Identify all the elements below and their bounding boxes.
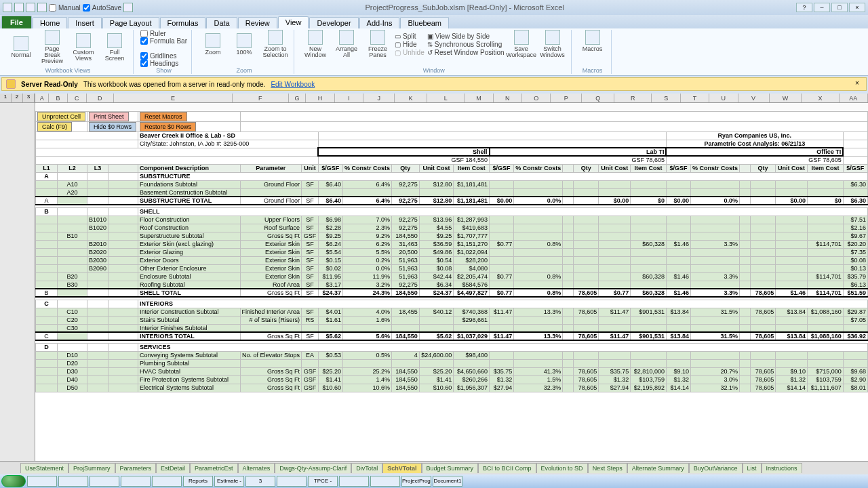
save-icon[interactable] bbox=[14, 3, 24, 12]
taskbar-item[interactable] bbox=[121, 476, 151, 487]
split-button[interactable]: ▭ Split bbox=[395, 33, 425, 40]
tab-view[interactable]: View bbox=[278, 16, 309, 28]
tab-bluebeam[interactable]: Bluebeam bbox=[400, 17, 449, 28]
table-row[interactable]: BSHELL TOTALGross Sq FtSF$24.3724.3%184,… bbox=[36, 289, 868, 297]
hide-button[interactable]: ▢ Hide bbox=[395, 41, 425, 48]
table-row[interactable]: B1020Roof ConstructionRoof SurfaceSF$2.2… bbox=[36, 224, 868, 232]
taskbar-item[interactable]: Reports and Misc A… bbox=[183, 476, 213, 487]
table-row[interactable]: A10Foundations SubtotalGround FloorSF$6.… bbox=[36, 180, 868, 188]
sheet-tab[interactable]: SchVTotal bbox=[382, 463, 421, 473]
tab-formulas[interactable]: Formulas bbox=[160, 17, 206, 28]
tab-file[interactable]: File bbox=[1, 16, 32, 28]
table-row[interactable]: B30Roofing SubtotalRoof AreaSF$3.173.2%9… bbox=[36, 281, 868, 289]
table-row[interactable]: B10Superstructure SubtotalGross Sq FtGSF… bbox=[36, 232, 868, 240]
restore-rows-button[interactable]: Restore $0 Rows bbox=[140, 122, 196, 131]
normal-view-button[interactable]: Normal bbox=[7, 36, 35, 58]
sheet-tab[interactable]: Alternate Summary bbox=[627, 463, 689, 473]
taskbar-item[interactable] bbox=[27, 476, 57, 487]
taskbar-item[interactable]: TPCE - Estimate Te… bbox=[308, 476, 338, 487]
spreadsheet-grid[interactable]: Unprotect Cell Print Sheet Reset Macros … bbox=[35, 103, 868, 461]
table-row[interactable]: C10Interior Construction SubtotalFinishe… bbox=[36, 308, 868, 316]
calc-manual-toggle[interactable]: Manual bbox=[49, 4, 81, 12]
view-sbs-button[interactable]: ▣ View Side by Side bbox=[427, 33, 505, 40]
taskbar-item[interactable] bbox=[90, 476, 119, 487]
taskbar-item[interactable] bbox=[370, 476, 400, 487]
taskbar-item[interactable] bbox=[58, 476, 88, 487]
taskbar-item[interactable] bbox=[339, 476, 369, 487]
custom-views-button[interactable]: Custom Views bbox=[69, 33, 98, 62]
qat-dropdown-icon[interactable] bbox=[123, 3, 133, 12]
sheet-tab[interactable]: Dwgs-Qty-Assump-Clarif bbox=[275, 463, 351, 473]
autosave-toggle[interactable]: AutoSave bbox=[83, 4, 121, 12]
tab-home[interactable]: Home bbox=[33, 17, 67, 28]
close-button[interactable]: × bbox=[849, 3, 865, 12]
zoom-button[interactable]: Zoom bbox=[199, 33, 227, 56]
sheet-tab[interactable]: ParametricEst bbox=[190, 463, 238, 473]
sheet-tab[interactable]: Instructions bbox=[762, 463, 802, 473]
table-row[interactable]: C30Interior Finishes Subtotal bbox=[36, 324, 868, 332]
taskbar-item[interactable] bbox=[277, 476, 307, 487]
tab-insert[interactable]: Insert bbox=[68, 17, 102, 28]
unprotect-cell-button[interactable]: Unprotect Cell bbox=[37, 112, 85, 121]
sheet-tab[interactable]: DivTotal bbox=[351, 463, 382, 473]
sheet-tab[interactable]: UseStatement bbox=[20, 463, 68, 473]
hide-rows-button[interactable]: Hide $0 Rows bbox=[89, 122, 136, 131]
zoom-100-button[interactable]: 100% bbox=[230, 33, 258, 56]
table-row[interactable]: B2090Other Exterior EnclosureExterior Sk… bbox=[36, 264, 868, 272]
tab-page-layout[interactable]: Page Layout bbox=[102, 17, 159, 28]
sheet-tab[interactable]: Evolution to SD bbox=[536, 463, 588, 473]
table-row[interactable]: B2020Exterior GlazingExterior SkinSF$5.5… bbox=[36, 248, 868, 256]
windows-taskbar[interactable]: Reports and Misc A…Estimate - Mary H…3 R… bbox=[0, 474, 868, 488]
taskbar-item[interactable]: Estimate - Mary H… bbox=[214, 476, 244, 487]
help-button[interactable]: ? bbox=[796, 3, 812, 12]
undo-icon[interactable] bbox=[26, 3, 35, 12]
table-row[interactable]: D20Plumbing Subtotal bbox=[36, 359, 868, 367]
redo-icon[interactable] bbox=[37, 3, 47, 12]
new-window-button[interactable]: New Window bbox=[301, 30, 330, 58]
minimize-button[interactable]: – bbox=[814, 3, 830, 12]
edit-workbook-link[interactable]: Edit Workbook bbox=[271, 81, 315, 88]
calc-f9-button[interactable]: Calc (F9) bbox=[37, 122, 72, 131]
table-row[interactable]: B2010Exterior Skin (excl. glazing)Exteri… bbox=[36, 240, 868, 248]
taskbar-item[interactable]: ProjectProgress_S… bbox=[401, 476, 431, 487]
table-row[interactable]: B20Enclosure SubtotalExterior SkinSF$11.… bbox=[36, 272, 868, 281]
table-row[interactable]: A20Basement Construction Subtotal bbox=[36, 188, 868, 197]
tab-review[interactable]: Review bbox=[238, 17, 277, 28]
reset-macros-button[interactable]: Reset Macros bbox=[140, 112, 187, 121]
headings-check[interactable]: Headings bbox=[140, 60, 187, 67]
column-headers[interactable]: A B C D E F G H I J K L M N O P Q R S T … bbox=[35, 94, 868, 103]
sheet-tab[interactable]: Next Steps bbox=[588, 463, 627, 473]
outline-levels-header[interactable]: 123 bbox=[0, 94, 35, 103]
tab-developer[interactable]: Developer bbox=[309, 17, 358, 28]
table-row[interactable]: CINTERIORS TOTALGross Sq FtSF$5.625.6%18… bbox=[36, 332, 868, 340]
zoom-selection-button[interactable]: Zoom to Selection bbox=[261, 30, 290, 58]
formula-bar-check[interactable]: Formula Bar bbox=[140, 37, 187, 45]
start-button[interactable] bbox=[1, 475, 26, 487]
tab-data[interactable]: Data bbox=[206, 17, 237, 28]
arrange-all-button[interactable]: Arrange All bbox=[332, 30, 361, 58]
table-row[interactable]: D50Electrical Systems SubtotalGross Sq F… bbox=[36, 384, 868, 392]
sheet-tab[interactable]: BuyOutVariance bbox=[689, 463, 743, 473]
table-row[interactable]: B1010Floor ConstructionUpper FloorsSF$6.… bbox=[36, 216, 868, 224]
sheet-tabs[interactable]: UseStatementProjSummaryParametersEstDeta… bbox=[0, 461, 868, 474]
table-row[interactable]: B2030Exterior DoorsExterior SkinSF$0.150… bbox=[36, 256, 868, 264]
sheet-tab[interactable]: EstDetail bbox=[156, 463, 190, 473]
table-row[interactable]: C20Stairs Subtotal# of Stairs (Risers)RS… bbox=[36, 316, 868, 324]
save-workspace-button[interactable]: Save Workspace bbox=[507, 30, 536, 58]
tab-addins[interactable]: Add-Ins bbox=[359, 17, 400, 28]
switch-windows-button[interactable]: Switch Windows bbox=[538, 30, 567, 58]
full-screen-button[interactable]: Full Screen bbox=[100, 33, 129, 62]
table-row[interactable]: ASUBSTRUCTURE TOTALGround FloorSF$6.406.… bbox=[36, 197, 868, 205]
table-row[interactable]: D30HVAC SubtotalGross Sq FtGSF$25.2025.2… bbox=[36, 367, 868, 375]
sheet-tab[interactable]: Alternates bbox=[238, 463, 275, 473]
macros-button[interactable]: Macros bbox=[578, 30, 607, 52]
table-row[interactable]: D40Fire Protection Systems SubtotalGross… bbox=[36, 375, 868, 384]
freeze-panes-button[interactable]: Freeze Panes bbox=[363, 30, 392, 58]
sheet-tab[interactable]: BCI to BCII Comp bbox=[478, 463, 536, 473]
pagebreak-button[interactable]: Page Break Preview bbox=[38, 30, 66, 64]
sheet-tab[interactable]: Budget Summary bbox=[422, 463, 479, 473]
sheet-tab[interactable]: ProjSummary bbox=[68, 463, 115, 473]
gridlines-check[interactable]: Gridlines bbox=[140, 52, 187, 60]
sheet-tab[interactable]: List bbox=[743, 463, 762, 473]
table-row[interactable]: D10Conveying Systems SubtotalNo. of Elev… bbox=[36, 351, 868, 359]
